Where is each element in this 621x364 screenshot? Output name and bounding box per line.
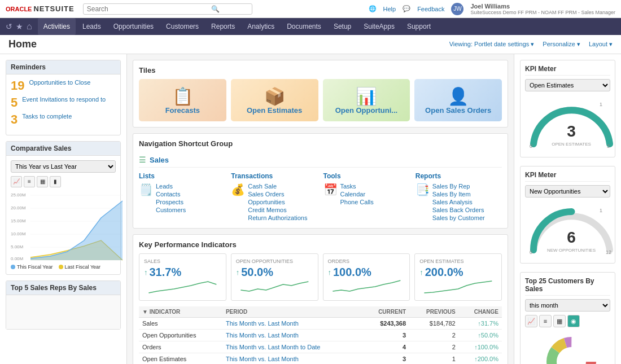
nav-item-suiteapps[interactable]: SuiteApps (358, 18, 400, 35)
chart-area-btn[interactable]: ▦ (37, 176, 48, 187)
reminder-number-1: 19 (11, 79, 24, 93)
link-cash-sale[interactable]: Cash Sale (248, 183, 307, 190)
top25-bar-btn[interactable]: ≡ (539, 315, 552, 327)
nav-item-leads[interactable]: Leads (77, 18, 107, 35)
kpi-meter1-gauge: 3 OPEN ESTIMATES 0 3 1 (525, 96, 618, 152)
kpi-card-est-category: OPEN ESTIMATES (419, 258, 497, 264)
svg-text:NEW OPPORTUNITIES: NEW OPPORTUNITIES (547, 248, 596, 253)
chart-line-btn[interactable]: 📈 (11, 176, 22, 187)
link-sales-by-rep[interactable]: Sales By Rep (432, 183, 485, 190)
nav-item-setup[interactable]: Setup (328, 18, 357, 35)
top25-line-btn[interactable]: 📈 (525, 315, 537, 327)
kpi-card-sales-category: SALES (144, 258, 221, 264)
shortcut-col-tools-heading: Tools (323, 172, 410, 180)
nav-item-analytics[interactable]: Analytics (242, 18, 280, 35)
top5-body (6, 295, 120, 329)
nav-item-support[interactable]: Support (401, 18, 436, 35)
help-link[interactable]: Help (383, 6, 396, 12)
svg-text:0.00M: 0.00M (11, 256, 24, 261)
top25-column-btn[interactable]: ▦ (553, 315, 566, 327)
kpi-meter1-select[interactable]: Open Estimates New Opportunities (525, 79, 610, 91)
layout-button[interactable]: Layout ▾ (589, 41, 613, 48)
nav-icon-history[interactable]: ↺ (6, 22, 12, 31)
link-sales-analysis[interactable]: Sales Analysis (432, 199, 485, 205)
kpi-row-sales-period[interactable]: This Month vs. Last Month (222, 318, 362, 330)
feedback-link[interactable]: Feedback (417, 6, 444, 12)
link-customers[interactable]: Customers (156, 207, 186, 213)
personalize-button[interactable]: Personalize ▾ (543, 41, 580, 48)
logo-netsuite: NETSUITE (33, 5, 74, 13)
nav-item-documents[interactable]: Documents (281, 18, 327, 35)
link-contacts[interactable]: Contacts (156, 191, 186, 198)
link-sales-back-orders[interactable]: Sales Back Orders (432, 207, 485, 213)
kpi-card-opportunities: OPEN OPPORTUNITIES ↑ 50.0% (231, 253, 318, 301)
page-header: Home Viewing: Portlet date settings ▾ Pe… (0, 35, 621, 54)
link-credit-memos[interactable]: Credit Memos (248, 207, 307, 213)
svg-text:1: 1 (600, 208, 602, 213)
tile-opportunities[interactable]: 📊 Open Opportuni... (323, 79, 410, 121)
kpi-card-estimates: OPEN ESTIMATES ↑ 200.0% (414, 253, 502, 301)
link-phone-calls[interactable]: Phone Calls (340, 199, 374, 205)
tiles-portlet: Tiles 📋 Forecasts 📦 Open Estimates 📊 Ope… (133, 60, 508, 128)
kpi-row-est-period[interactable]: This Month vs. Last Month (222, 353, 362, 365)
link-sales-by-item[interactable]: Sales By Item (432, 191, 485, 198)
svg-text:Jul '21: Jul '21 (69, 262, 82, 263)
top-bar: ORACLE NETSUITE 🔍 🌐 Help 💬 Feedback JW J… (0, 0, 621, 18)
nav-item-customers[interactable]: Customers (160, 18, 204, 35)
link-sales-orders[interactable]: Sales Orders (248, 191, 307, 198)
link-calendar[interactable]: Calendar (340, 191, 374, 198)
group-name[interactable]: Sales (150, 156, 169, 164)
tile-forecasts[interactable]: 📋 Forecasts (139, 79, 226, 121)
tools-icon: 📅 (323, 183, 338, 196)
tile-estimates[interactable]: 📦 Open Estimates (231, 79, 318, 121)
reminder-link-1[interactable]: Opportunities to Close (29, 79, 90, 86)
comparative-sales-select[interactable]: This Year vs Last Year (11, 160, 116, 173)
reminder-link-2[interactable]: Event Invitations to respond to (22, 96, 106, 103)
kpi-table-row-orders: Orders This Month vs. Last Month to Date… (139, 341, 502, 353)
link-tasks[interactable]: Tasks (340, 183, 374, 190)
link-opportunities[interactable]: Opportunities (248, 199, 307, 205)
kpi-table-header-period: PERIOD (222, 306, 362, 318)
kpi-meter2-gauge: 6 NEW OPPORTUNITIES 0 12 1 (525, 202, 618, 258)
link-prospects[interactable]: Prospects (156, 199, 186, 205)
nav-icon-home[interactable]: ⌂ (27, 21, 32, 32)
page-controls: Viewing: Portlet date settings ▾ Persona… (449, 41, 613, 48)
nav-item-opportunities[interactable]: Opportunities (108, 18, 159, 35)
svg-text:15.00M: 15.00M (11, 218, 26, 223)
legend-last-year: Last Fiscal Year (59, 264, 101, 270)
tile-orders[interactable]: 👤 Open Sales Orders (414, 79, 502, 121)
kpi-card-est-arrow: ↑ (419, 268, 423, 277)
top-right: 🌐 Help 💬 Feedback JW Joel Williams Suite… (369, 3, 616, 15)
comparative-sales-body: This Year vs Last Year 📈 ≡ ▦ ▮ 25.00M 20… (6, 156, 120, 274)
link-leads[interactable]: Leads (156, 183, 186, 190)
link-sales-by-customer[interactable]: Sales by Customer (432, 214, 485, 221)
svg-text:Jan '22: Jan '22 (115, 262, 124, 263)
tile-opportunities-label: Open Opportuni... (335, 106, 398, 115)
top25-donut-btn[interactable]: ◉ (567, 315, 580, 327)
nav-item-activities[interactable]: Activities (38, 18, 76, 35)
link-return-auth[interactable]: Return Authorizations (248, 214, 307, 221)
chart-column-btn[interactable]: ▮ (50, 176, 61, 187)
tile-estimates-icon: 📦 (264, 86, 285, 106)
sort-icon[interactable]: ▼ (142, 309, 148, 315)
nav-icon-star[interactable]: ★ (16, 22, 23, 31)
tile-forecasts-label: Forecasts (165, 106, 200, 115)
feedback-icon: 💬 (403, 5, 410, 12)
top25-select[interactable]: this month last month this year (525, 299, 610, 312)
viewing-portlet-settings[interactable]: Viewing: Portlet date settings ▾ (449, 41, 535, 48)
kpi-row-orders-period[interactable]: This Month vs. Last Month to Date (222, 341, 362, 353)
search-input[interactable] (87, 5, 211, 13)
reminder-link-3[interactable]: Tasks to complete (22, 113, 72, 120)
kpi-row-opp-period[interactable]: This Month vs. Last Month (222, 330, 362, 341)
shortcut-col-reports: Reports 📑 Sales By Rep Sales By Item Sal… (416, 172, 502, 222)
chart-bar-btn[interactable]: ≡ (24, 176, 35, 187)
kpi-card-sales-value: 31.7% (150, 266, 182, 279)
user-avatar: JW (451, 3, 463, 15)
search-icon[interactable]: 🔍 (211, 5, 220, 13)
kpi-card-opp-category: OPEN OPPORTUNITIES (236, 258, 313, 264)
top25-chart-buttons: 📈 ≡ ▦ ◉ (525, 315, 610, 327)
kpi-meter2-select[interactable]: Open Estimates New Opportunities (525, 185, 610, 198)
kpi-card-sales: SALES ↑ 31.7% (139, 253, 226, 301)
reminders-header: Reminders (6, 60, 120, 74)
nav-item-reports[interactable]: Reports (205, 18, 240, 35)
